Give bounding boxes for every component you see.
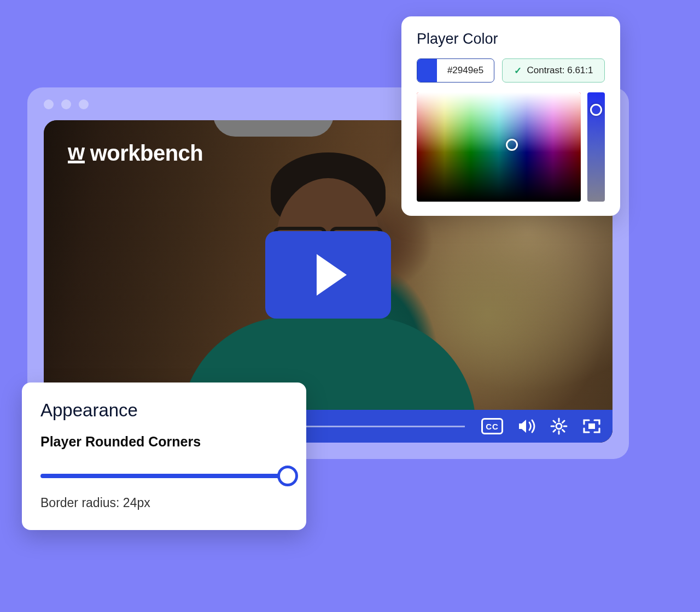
- volume-icon[interactable]: [517, 418, 536, 434]
- play-button[interactable]: [265, 231, 391, 319]
- slider-thumb[interactable]: [277, 466, 298, 486]
- panel-title: Player Color: [417, 31, 605, 48]
- captions-button[interactable]: CC: [481, 418, 503, 434]
- appearance-panel: Appearance Player Rounded Corners Border…: [22, 382, 306, 530]
- play-icon: [317, 254, 347, 296]
- hue-cursor[interactable]: [590, 104, 602, 116]
- slider-track: [40, 474, 288, 478]
- saturation-cursor[interactable]: [506, 139, 518, 151]
- contrast-text: Contrast: 6.61:1: [527, 65, 593, 76]
- color-swatch: [417, 59, 437, 82]
- rounded-corners-heading: Player Rounded Corners: [40, 434, 288, 450]
- settings-icon[interactable]: [550, 417, 568, 435]
- fullscreen-icon[interactable]: [582, 418, 602, 434]
- border-radius-slider[interactable]: [40, 465, 288, 487]
- video-watermark: w workbench: [68, 141, 203, 166]
- panel-title: Appearance: [40, 400, 288, 421]
- watermark-text: workbench: [90, 141, 203, 166]
- window-dot: [44, 99, 54, 109]
- workbench-logo-icon: w: [68, 143, 85, 163]
- svg-point-0: [556, 423, 562, 429]
- player-color-panel: Player Color #2949e5 ✓ Contrast: 6.61:1: [401, 16, 620, 216]
- window-dot: [79, 99, 89, 109]
- hue-slider[interactable]: [587, 92, 605, 202]
- hex-value: #2949e5: [437, 59, 494, 82]
- saturation-picker[interactable]: [417, 92, 581, 202]
- contrast-badge: ✓ Contrast: 6.61:1: [502, 58, 605, 83]
- hex-color-input[interactable]: #2949e5: [417, 58, 494, 83]
- border-radius-readout: Border radius: 24px: [40, 496, 288, 510]
- window-dot: [61, 99, 71, 109]
- svg-rect-1: [588, 423, 595, 429]
- check-icon: ✓: [514, 65, 522, 76]
